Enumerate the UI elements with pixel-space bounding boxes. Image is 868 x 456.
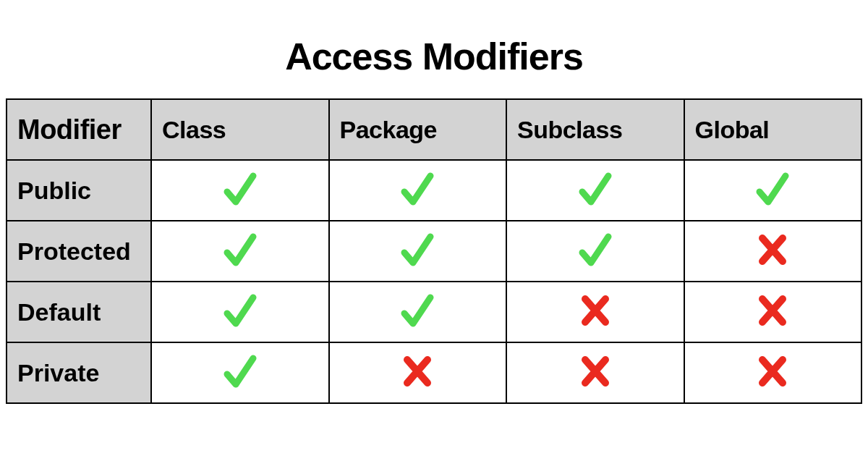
cell-public-subclass <box>506 160 684 221</box>
cell-default-subclass <box>506 282 684 342</box>
check-icon <box>578 231 613 269</box>
row-label-public: Public <box>7 160 151 221</box>
cell-default-global <box>684 282 862 342</box>
row-label-protected: Protected <box>7 221 151 282</box>
col-header-package: Package <box>329 99 507 160</box>
cell-public-global <box>684 160 862 221</box>
table-header-row: Modifier Class Package Subclass Global <box>7 99 861 160</box>
cell-default-class <box>151 282 329 342</box>
col-header-class: Class <box>151 99 329 160</box>
cell-public-class <box>151 160 329 221</box>
table-row: Private <box>7 342 861 403</box>
check-icon <box>223 292 258 329</box>
cell-protected-subclass <box>506 221 684 282</box>
check-icon <box>223 231 258 269</box>
table-container: Modifier Class Package Subclass Global P… <box>0 98 868 404</box>
cell-private-package <box>329 342 507 403</box>
cross-icon <box>755 292 790 329</box>
col-header-subclass: Subclass <box>506 99 684 160</box>
access-modifiers-table: Modifier Class Package Subclass Global P… <box>6 98 862 404</box>
table-body: Public Protected Default P <box>7 160 861 403</box>
table-row: Public <box>7 160 861 221</box>
cell-protected-package <box>329 221 507 282</box>
check-icon <box>400 231 435 269</box>
cell-protected-class <box>151 221 329 282</box>
cross-icon <box>578 292 613 329</box>
check-icon <box>223 170 258 208</box>
cell-public-package <box>329 160 507 221</box>
col-header-modifier: Modifier <box>7 99 151 160</box>
check-icon <box>578 170 613 208</box>
table-row: Protected <box>7 221 861 282</box>
check-icon <box>755 170 790 208</box>
check-icon <box>223 352 258 390</box>
cell-private-class <box>151 342 329 403</box>
table-row: Default <box>7 282 861 342</box>
cell-private-subclass <box>506 342 684 403</box>
cell-protected-global <box>684 221 862 282</box>
cross-icon <box>578 352 613 390</box>
cross-icon <box>755 352 790 390</box>
page-title: Access Modifiers <box>0 35 868 78</box>
check-icon <box>400 170 435 208</box>
cross-icon <box>755 231 790 269</box>
cell-private-global <box>684 342 862 403</box>
col-header-global: Global <box>684 99 862 160</box>
cell-default-package <box>329 282 507 342</box>
row-label-default: Default <box>7 282 151 342</box>
cross-icon <box>400 352 435 390</box>
row-label-private: Private <box>7 342 151 403</box>
check-icon <box>400 292 435 329</box>
